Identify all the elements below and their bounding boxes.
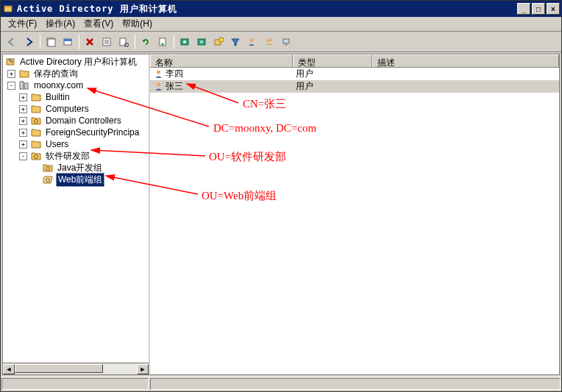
tree-builtin[interactable]: + Builtin xyxy=(4,91,147,103)
ou-icon xyxy=(30,115,42,126)
menu-help[interactable]: 帮助(H) xyxy=(118,16,157,32)
list-item[interactable]: 张三 用户 xyxy=(150,80,559,93)
col-desc[interactable]: 描述 xyxy=(372,54,559,67)
title-bar: Active Directory 用户和计算机 _ □ × xyxy=(1,1,561,17)
folder-icon xyxy=(30,139,42,149)
list-button[interactable] xyxy=(99,34,115,50)
folder-icon xyxy=(30,104,42,114)
toolbar xyxy=(1,32,561,52)
col-name[interactable]: 名称 xyxy=(150,54,293,67)
folder-icon xyxy=(30,92,42,102)
svg-point-30 xyxy=(157,71,160,74)
svg-point-19 xyxy=(266,39,269,42)
expander-icon[interactable]: + xyxy=(19,140,27,149)
export-button[interactable] xyxy=(154,34,171,50)
tree-dev-ou[interactable]: - 软件研发部 xyxy=(4,150,147,162)
forward-button[interactable] xyxy=(21,34,37,50)
delete-button[interactable] xyxy=(82,34,98,50)
expander-icon[interactable]: - xyxy=(19,152,27,160)
close-button[interactable]: × xyxy=(547,3,560,15)
expander-icon[interactable]: + xyxy=(7,70,15,78)
tree-domain[interactable]: - moonxy.com xyxy=(4,79,147,91)
svg-rect-24 xyxy=(20,82,24,89)
svg-rect-21 xyxy=(283,39,289,43)
svg-point-18 xyxy=(250,38,254,42)
scroll-left-icon[interactable]: ◄ xyxy=(3,364,15,374)
list-pane: 名称 类型 描述 李四 用户 张三 用户 xyxy=(150,54,559,374)
list-header: 名称 类型 描述 xyxy=(150,54,559,68)
svg-rect-1 xyxy=(4,6,12,7)
window-title: Active Directory 用户和计算机 xyxy=(17,3,516,15)
menu-view[interactable]: 查看(V) xyxy=(79,16,118,32)
cut-button[interactable] xyxy=(43,34,59,50)
domain-icon xyxy=(18,80,30,90)
svg-point-31 xyxy=(157,83,160,87)
tree-users[interactable]: + Users xyxy=(4,138,147,150)
expander-icon[interactable]: + xyxy=(19,117,27,125)
tool-1-button[interactable] xyxy=(177,34,193,50)
folder-icon xyxy=(18,68,30,79)
header-button[interactable] xyxy=(60,34,76,50)
tree-saved-queries[interactable]: + 保存的查询 xyxy=(4,68,147,79)
tree-fsp[interactable]: + ForeignSecurityPrincipals xyxy=(4,126,147,138)
list-item[interactable]: 李四 用户 xyxy=(150,68,559,80)
svg-point-20 xyxy=(269,39,272,42)
maximize-button[interactable]: □ xyxy=(532,3,545,15)
scroll-right-icon[interactable]: ► xyxy=(137,364,149,374)
expander-icon[interactable]: + xyxy=(19,129,27,137)
properties-button[interactable] xyxy=(115,34,132,50)
svg-rect-25 xyxy=(24,83,28,89)
user-icon xyxy=(153,69,163,79)
add-group-button[interactable] xyxy=(261,34,277,50)
cell-name: 李四 xyxy=(166,68,183,80)
svg-rect-5 xyxy=(64,39,71,41)
cell-type: 用户 xyxy=(293,80,372,93)
svg-point-17 xyxy=(219,38,224,42)
svg-rect-22 xyxy=(285,44,288,46)
cell-type: 用户 xyxy=(293,68,372,80)
ou-open-icon xyxy=(42,174,54,185)
tree-web-ou[interactable]: Web前端组 xyxy=(4,174,147,185)
expander-icon[interactable]: + xyxy=(19,105,27,113)
add-ou-button[interactable] xyxy=(210,34,227,50)
tree-dc[interactable]: + Domain Controllers xyxy=(4,115,147,126)
app-icon xyxy=(2,3,14,15)
cell-name: 张三 xyxy=(166,80,183,93)
menu-bar: 文件(F) 操作(A) 查看(V) 帮助(H) xyxy=(1,17,561,32)
add-computer-button[interactable] xyxy=(278,34,294,50)
ou-icon xyxy=(30,151,42,161)
user-icon xyxy=(153,82,163,92)
expander-icon[interactable]: + xyxy=(19,93,27,101)
back-button[interactable] xyxy=(4,34,20,50)
tree-computers[interactable]: + Computers xyxy=(4,103,147,115)
tree-scrollbar[interactable]: ◄ ► xyxy=(3,363,149,374)
add-user-button[interactable] xyxy=(244,34,260,50)
minimize-button[interactable]: _ xyxy=(517,3,530,15)
col-type[interactable]: 类型 xyxy=(293,54,372,67)
menu-action[interactable]: 操作(A) xyxy=(41,16,79,32)
status-bar xyxy=(1,377,561,391)
menu-file[interactable]: 文件(F) xyxy=(4,16,41,32)
svg-point-14 xyxy=(183,40,186,43)
refresh-button[interactable] xyxy=(138,34,154,50)
svg-rect-3 xyxy=(48,39,55,46)
tree-pane: Active Directory 用户和计算机 + 保存的查询 - moonxy… xyxy=(3,54,150,374)
tool-2-button[interactable] xyxy=(193,34,210,50)
folder-icon xyxy=(30,127,42,138)
wrench-icon xyxy=(4,57,16,67)
ou-icon xyxy=(42,163,54,173)
filter-button[interactable] xyxy=(227,34,243,50)
tree-root[interactable]: Active Directory 用户和计算机 xyxy=(4,56,147,68)
expander-icon[interactable]: - xyxy=(7,82,15,90)
